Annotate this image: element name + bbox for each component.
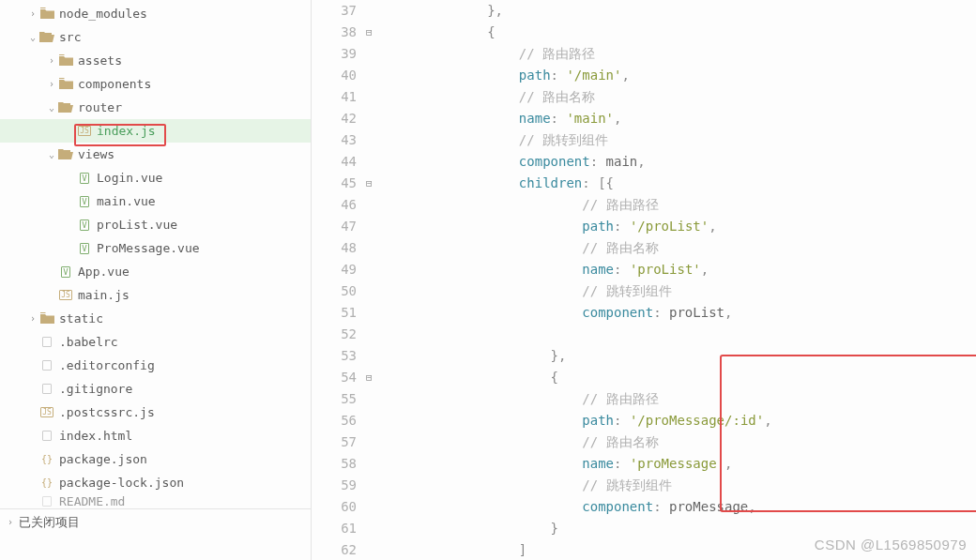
code-line[interactable]: 60 component: proMessage, (312, 496, 976, 518)
fold-marker (366, 0, 383, 22)
fold-marker (366, 388, 383, 410)
code-line[interactable]: 52 (312, 324, 976, 345)
tree-item-label: index.html (59, 429, 140, 443)
code-line[interactable]: 39 // 路由路径 (312, 43, 976, 65)
fold-marker (366, 539, 383, 560)
tree-item-assets[interactable]: ›assets (0, 49, 311, 72)
tree-item-package-json[interactable]: {}package.json (0, 447, 311, 471)
tree-item-proList-vue[interactable]: VproList.vue (0, 213, 311, 236)
line-number: 39 (312, 43, 366, 65)
fold-marker (366, 86, 383, 108)
code-text: { (383, 367, 558, 388)
code-line[interactable]: 44 component: main, (312, 151, 976, 173)
code-line[interactable]: 59 // 跳转到组件 (312, 475, 976, 496)
js-icon: JS (77, 124, 92, 139)
code-line[interactable]: 54⊟ { (312, 367, 976, 388)
chevron-icon[interactable]: › (45, 79, 58, 89)
code-line[interactable]: 41 // 路由名称 (312, 86, 976, 108)
code-text: ] (383, 539, 526, 560)
line-number: 53 (312, 345, 366, 367)
chevron-icon[interactable]: ⌄ (45, 102, 58, 113)
code-line[interactable]: 42 name: 'main', (312, 108, 976, 129)
tree-item-App-vue[interactable]: VApp.vue (0, 260, 311, 283)
code-line[interactable]: 38⊟ { (312, 22, 976, 43)
tree-item-static[interactable]: ›static (0, 307, 311, 330)
tree-item-main-js[interactable]: JSmain.js (0, 283, 311, 307)
fold-marker[interactable]: ⊟ (366, 22, 383, 43)
tree-item-Login-vue[interactable]: VLogin.vue (0, 166, 311, 189)
tree-item-node-modules[interactable]: ›node_modules (0, 2, 311, 25)
code-line[interactable]: 53 }, (312, 345, 976, 367)
code-text: }, (383, 0, 503, 22)
fold-marker[interactable]: ⊟ (366, 173, 383, 194)
tree-item--babelrc[interactable]: .babelrc (0, 330, 311, 354)
line-number: 60 (312, 496, 366, 518)
line-number: 44 (312, 151, 366, 173)
closed-projects-panel[interactable]: › 已关闭项目 (0, 508, 311, 535)
fold-marker (366, 280, 383, 302)
chevron-icon[interactable]: › (26, 313, 39, 324)
code-line[interactable]: 46 // 路由路径 (312, 194, 976, 216)
tree-item-label: .babelrc (59, 335, 126, 349)
tree-item-components[interactable]: ›components (0, 72, 311, 96)
tree-item-src[interactable]: ⌄src (0, 25, 311, 49)
file-icon (39, 382, 54, 397)
tree-item-index-js[interactable]: JSindex.js (0, 119, 311, 143)
tree-item-label: Login.vue (97, 171, 170, 185)
code-line[interactable]: 45⊟ children: [{ (312, 173, 976, 194)
code-text: name: 'proList', (383, 259, 709, 280)
code-text: path: '/main', (383, 65, 630, 86)
code-line[interactable]: 57 // 路由名称 (312, 431, 976, 453)
tree-item-router[interactable]: ⌄router (0, 96, 311, 119)
fold-marker (366, 108, 383, 129)
fold-marker (366, 216, 383, 237)
tree-item--postcssrc-js[interactable]: JS.postcssrc.js (0, 401, 311, 424)
file-explorer[interactable]: ›node_modules⌄src›assets›components⌄rout… (0, 0, 312, 560)
chevron-icon[interactable]: › (26, 8, 39, 19)
chevron-icon[interactable]: › (45, 55, 58, 66)
code-line[interactable]: 47 path: '/proList', (312, 216, 976, 237)
code-line[interactable]: 40 path: '/main', (312, 65, 976, 86)
tree-item-views[interactable]: ⌄views (0, 143, 311, 166)
code-text: // 路由名称 (383, 431, 659, 453)
line-number: 48 (312, 237, 366, 259)
file-icon (39, 335, 54, 350)
code-line[interactable]: 37 }, (312, 0, 976, 22)
vue-icon: V (77, 241, 92, 256)
code-line[interactable]: 43 // 跳转到组件 (312, 129, 976, 151)
code-text: // 路由路径 (383, 388, 659, 410)
line-number: 55 (312, 388, 366, 410)
code-line[interactable]: 51 component: proList, (312, 302, 976, 324)
code-text: component: proList, (383, 302, 732, 324)
tree-item--gitignore[interactable]: .gitignore (0, 377, 311, 401)
code-line[interactable]: 48 // 路由名称 (312, 237, 976, 259)
fold-marker (366, 302, 383, 324)
code-line[interactable]: 58 name: 'proMessage', (312, 453, 976, 475)
line-number: 59 (312, 475, 366, 496)
line-number: 54 (312, 367, 366, 388)
code-text: name: 'main', (383, 108, 621, 129)
code-line[interactable]: 55 // 路由路径 (312, 388, 976, 410)
code-line[interactable]: 50 // 跳转到组件 (312, 280, 976, 302)
folder-icon (58, 53, 73, 68)
fold-marker (366, 237, 383, 259)
line-number: 51 (312, 302, 366, 324)
code-text: { (383, 22, 496, 43)
tree-item-README-md[interactable]: README.md (0, 494, 311, 508)
code-line[interactable]: 49 name: 'proList', (312, 259, 976, 280)
tree-item-main-vue[interactable]: Vmain.vue (0, 189, 311, 213)
tree-item-ProMessage-vue[interactable]: VProMessage.vue (0, 236, 311, 260)
tree-item--editorconfig[interactable]: .editorconfig (0, 354, 311, 377)
tree-item-label: index.js (97, 124, 163, 138)
tree-item-label: main.vue (97, 194, 163, 208)
file-icon (39, 429, 54, 444)
chevron-icon[interactable]: ⌄ (26, 32, 39, 42)
tree-item-package-lock-json[interactable]: {}package-lock.json (0, 471, 311, 494)
chevron-icon[interactable]: ⌄ (45, 149, 58, 159)
line-number: 58 (312, 453, 366, 475)
tree-item-index-html[interactable]: index.html (0, 424, 311, 447)
code-editor[interactable]: 37 },38⊟ {39 // 路由路径40 path: '/main',41 … (312, 0, 976, 560)
line-number: 47 (312, 216, 366, 237)
code-line[interactable]: 56 path: '/proMessage/:id', (312, 410, 976, 431)
fold-marker[interactable]: ⊟ (366, 367, 383, 388)
